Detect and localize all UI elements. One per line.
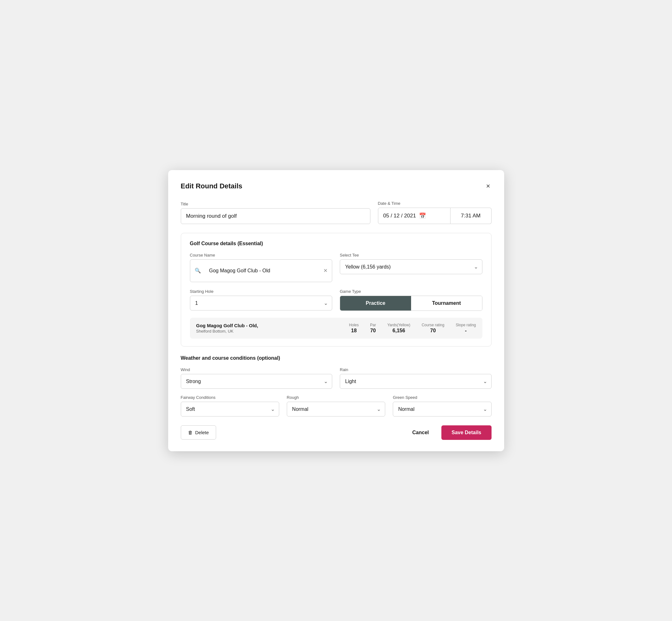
edit-round-modal: Edit Round Details × Title Date & Time 0… — [168, 170, 504, 451]
course-rating-stat: Course rating 70 — [421, 323, 444, 334]
course-name-group: Course Name 🔍 ✕ — [190, 253, 333, 282]
select-tee-wrapper: Yellow (6,156 yards) Red White Blue ⌄ — [340, 259, 482, 274]
green-speed-dropdown[interactable]: SlowNormalFast — [393, 402, 491, 417]
select-tee-label: Select Tee — [340, 253, 482, 257]
starting-hole-wrapper: 1234 5678 910 ⌄ — [190, 296, 333, 310]
holes-stat: Holes 18 — [349, 323, 359, 334]
starting-hole-label: Starting Hole — [190, 289, 333, 294]
slope-rating-value: - — [465, 328, 467, 334]
wind-dropdown[interactable]: NoneLightModerateStrong — [181, 374, 333, 389]
course-location: Shelford Bottom, UK — [196, 329, 349, 334]
conditions-row: Fairway Conditions FirmNormalSoftWet ⌄ R… — [181, 395, 492, 417]
wind-group: Wind NoneLightModerateStrong ⌄ — [181, 367, 333, 389]
hole-gametype-row: Starting Hole 1234 5678 910 ⌄ Game Type … — [190, 289, 482, 311]
practice-button[interactable]: Practice — [340, 296, 411, 310]
title-label: Title — [181, 202, 370, 206]
date-input[interactable]: 05 / 12 / 2021 📅 — [378, 208, 451, 224]
course-info-name-block: Gog Magog Golf Club - Old, Shelford Bott… — [196, 323, 349, 334]
time-input[interactable]: 7:31 AM — [451, 208, 492, 224]
delete-button[interactable]: 🗑 Delete — [181, 425, 216, 440]
yards-label: Yards(Yellow) — [387, 323, 411, 327]
wind-label: Wind — [181, 367, 333, 372]
green-speed-wrapper: SlowNormalFast ⌄ — [393, 402, 491, 417]
course-name-label: Course Name — [190, 253, 333, 257]
footer-actions: 🗑 Delete Cancel Save Details — [181, 425, 492, 440]
game-type-label: Game Type — [340, 289, 482, 294]
close-button[interactable]: × — [485, 181, 492, 191]
course-rating-label: Course rating — [421, 323, 444, 327]
select-tee-dropdown[interactable]: Yellow (6,156 yards) Red White Blue — [340, 259, 482, 274]
golf-course-section: Golf Course details (Essential) Course N… — [181, 233, 492, 346]
wind-rain-row: Wind NoneLightModerateStrong ⌄ Rain None… — [181, 367, 492, 389]
fairway-wrapper: FirmNormalSoftWet ⌄ — [181, 402, 279, 417]
calendar-icon: 📅 — [419, 212, 426, 219]
starting-hole-group: Starting Hole 1234 5678 910 ⌄ — [190, 289, 333, 311]
holes-value: 18 — [351, 328, 357, 334]
par-value: 70 — [370, 328, 376, 334]
select-tee-group: Select Tee Yellow (6,156 yards) Red Whit… — [340, 253, 482, 282]
course-name-input-wrapper[interactable]: 🔍 ✕ — [190, 259, 333, 282]
footer-right: Cancel Save Details — [407, 425, 492, 440]
date-value: 05 / 12 / 2021 — [383, 213, 416, 219]
rough-dropdown[interactable]: ShortNormalLong — [287, 402, 385, 417]
fairway-dropdown[interactable]: FirmNormalSoftWet — [181, 402, 279, 417]
golf-section-title: Golf Course details (Essential) — [190, 241, 482, 246]
slope-rating-stat: Slope rating - — [456, 323, 476, 334]
weather-section: Weather and course conditions (optional)… — [181, 355, 492, 417]
slope-rating-label: Slope rating — [456, 323, 476, 327]
rough-label: Rough — [287, 395, 385, 400]
rain-dropdown[interactable]: NoneLightModerateHeavy — [340, 374, 492, 389]
yards-value: 6,156 — [392, 328, 405, 334]
modal-title: Edit Round Details — [181, 182, 243, 190]
game-type-group: Game Type Practice Tournament — [340, 289, 482, 311]
yards-stat: Yards(Yellow) 6,156 — [387, 323, 411, 334]
modal-header: Edit Round Details × — [181, 181, 492, 191]
course-info-row: Gog Magog Golf Club - Old, Shelford Bott… — [190, 318, 482, 339]
date-time-label: Date & Time — [378, 201, 492, 206]
holes-label: Holes — [349, 323, 359, 327]
tournament-button[interactable]: Tournament — [411, 296, 482, 310]
weather-section-title: Weather and course conditions (optional) — [181, 355, 492, 361]
rain-wrapper: NoneLightModerateHeavy ⌄ — [340, 374, 492, 389]
save-button[interactable]: Save Details — [442, 425, 491, 440]
wind-wrapper: NoneLightModerateStrong ⌄ — [181, 374, 333, 389]
fairway-label: Fairway Conditions — [181, 395, 279, 400]
course-rating-value: 70 — [430, 328, 436, 334]
time-value: 7:31 AM — [461, 213, 480, 219]
title-field-group: Title — [181, 202, 370, 224]
game-type-toggle: Practice Tournament — [340, 296, 482, 311]
clear-icon[interactable]: ✕ — [323, 267, 328, 274]
course-stats: Holes 18 Par 70 Yards(Yellow) 6,156 Cour… — [349, 323, 476, 334]
course-tee-row: Course Name 🔍 ✕ Select Tee Yellow (6,156… — [190, 253, 482, 282]
rough-wrapper: ShortNormalLong ⌄ — [287, 402, 385, 417]
delete-label: Delete — [195, 430, 209, 435]
green-speed-label: Green Speed — [393, 395, 491, 400]
date-time-field-group: Date & Time 05 / 12 / 2021 📅 7:31 AM — [378, 201, 492, 224]
rain-label: Rain — [340, 367, 492, 372]
par-label: Par — [370, 323, 376, 327]
top-fields: Title Date & Time 05 / 12 / 2021 📅 7:31 … — [181, 201, 492, 224]
fairway-group: Fairway Conditions FirmNormalSoftWet ⌄ — [181, 395, 279, 417]
date-time-wrapper: 05 / 12 / 2021 📅 7:31 AM — [378, 208, 492, 224]
starting-hole-dropdown[interactable]: 1234 5678 910 — [190, 296, 333, 310]
rough-group: Rough ShortNormalLong ⌄ — [287, 395, 385, 417]
course-name-input[interactable] — [204, 263, 321, 278]
green-speed-group: Green Speed SlowNormalFast ⌄ — [393, 395, 491, 417]
title-input[interactable] — [181, 208, 370, 224]
cancel-button[interactable]: Cancel — [407, 426, 434, 440]
course-display-name: Gog Magog Golf Club - Old, — [196, 323, 349, 328]
rain-group: Rain NoneLightModerateHeavy ⌄ — [340, 367, 492, 389]
search-icon: 🔍 — [195, 267, 201, 274]
trash-icon: 🗑 — [188, 430, 193, 435]
par-stat: Par 70 — [370, 323, 376, 334]
